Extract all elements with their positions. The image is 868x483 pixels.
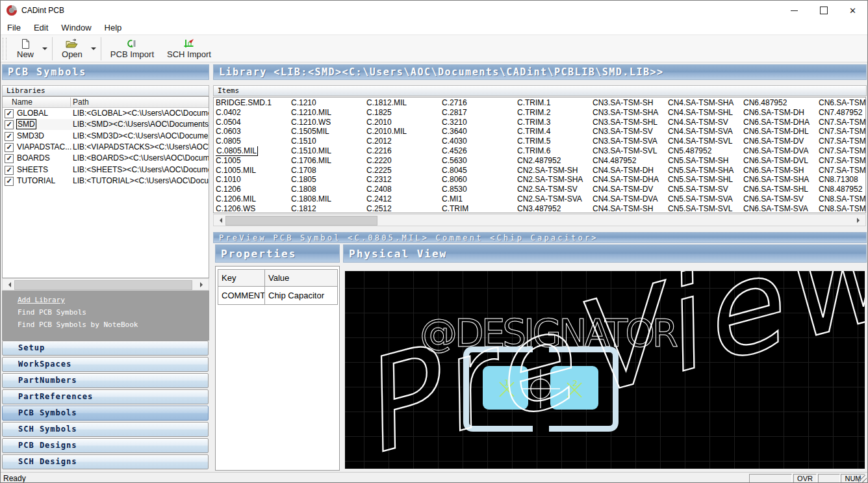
item-c-2408[interactable]: C.2408 xyxy=(366,185,440,194)
item-cn4-sa-tsm-dv[interactable]: CN4.SA-TSM-DV xyxy=(593,185,666,194)
item-c-8045[interactable]: C.8045 xyxy=(442,166,515,176)
column-header-path[interactable]: Path xyxy=(73,98,89,107)
toolbar-grip[interactable] xyxy=(3,38,6,60)
item-c-1706-mil[interactable]: C.1706.MIL xyxy=(291,156,364,166)
library-row-smd3d[interactable]: ✓SMD3DLIB:<SMD3D><C:\Users\AOC\Documents… xyxy=(3,131,209,142)
scroll-right-icon[interactable] xyxy=(857,218,862,223)
item-cn5-sa-tsm-sh[interactable]: CN5.SA-TSM-SH xyxy=(668,156,741,166)
item-cn2-sa-tsm-sha[interactable]: CN2.SA-TSM-SHA xyxy=(517,175,591,185)
item-cn6-sa-tsm[interactable]: CN6.SA-TSM- xyxy=(819,98,866,108)
item-c-1010[interactable]: C.1010 xyxy=(216,175,289,185)
nav-button-pcb-designs[interactable]: PCB Designs xyxy=(2,438,209,453)
item-c-2817[interactable]: C.2817 xyxy=(442,108,515,118)
item-cn4-sa-tsm-sha[interactable]: CN4.SA-TSM-SHA xyxy=(668,98,741,108)
item-cn7-sa-tsm[interactable]: CN7.SA-TSM- xyxy=(819,166,866,176)
resize-grip[interactable] xyxy=(858,475,867,483)
item-cn3-sa-tsm-svl[interactable]: CN3.SA-TSM-SVL xyxy=(593,146,666,156)
libraries-hscrollbar[interactable] xyxy=(2,278,209,291)
item-c-2220[interactable]: C.2220 xyxy=(366,156,440,166)
item-c-trim-4[interactable]: C.TRIM.4 xyxy=(517,127,591,137)
column-divider[interactable] xyxy=(70,98,71,107)
item-cn6-sa-tsm-dva[interactable]: CN6.SA-TSM-DVA xyxy=(743,146,817,156)
item-cn6-sa-tsm-shl[interactable]: CN6.SA-TSM-SHL xyxy=(743,185,817,194)
item-c-1210[interactable]: C.1210 xyxy=(291,98,364,108)
item-cn4-487952[interactable]: CN4.487952 xyxy=(593,156,666,166)
item-cn4-sa-tsm-svl[interactable]: CN4.SA-TSM-SVL xyxy=(668,137,741,146)
item-c-2412[interactable]: C.2412 xyxy=(366,194,440,204)
item-c-1805[interactable]: C.1805 xyxy=(291,175,364,185)
item-cn3-sa-tsm-sha[interactable]: CN3.SA-TSM-SHA xyxy=(593,108,666,118)
item-cn6-sa-tsm-sha[interactable]: CN6.SA-TSM-SHA xyxy=(743,175,817,185)
item-cn7-sa-tsm[interactable]: CN7.SA-TSM- xyxy=(819,156,866,166)
item-cn4-sa-tsm-sv[interactable]: CN4.SA-TSM-SV xyxy=(668,118,741,127)
item-c-1510-mil[interactable]: C.1510.MIL xyxy=(291,146,364,156)
item-c-2012[interactable]: C.2012 xyxy=(366,137,440,146)
item-cn7-sa-tsm[interactable]: CN7.SA-TSM- xyxy=(819,146,866,156)
item-cn6-sa-tsm-sv[interactable]: CN6.SA-TSM-SV xyxy=(743,194,817,204)
item-cn4-sa-tsm-sh[interactable]: CN4.SA-TSM-SH xyxy=(593,204,666,213)
checkbox-global[interactable]: ✓ xyxy=(5,109,14,118)
item-cn8-487952[interactable]: CN8.487952 xyxy=(819,185,866,194)
item-cn7-sa-tsm[interactable]: CN7.SA-TSM- xyxy=(819,137,866,146)
pcb-import-button[interactable]: PCB Import xyxy=(104,36,160,61)
checkbox-boards[interactable]: ✓ xyxy=(5,154,14,163)
library-row-boards[interactable]: ✓BOARDSLIB:<BOARDS><C:\Users\AOC\Documen… xyxy=(3,153,209,164)
item-c-mi1[interactable]: C.MI1 xyxy=(442,194,515,204)
menu-file[interactable]: File xyxy=(1,23,27,33)
item-cn4-sa-tsm-sva[interactable]: CN4.SA-TSM-SVA xyxy=(668,127,741,137)
item-cn6-487952[interactable]: CN6.487952 xyxy=(743,98,817,108)
item-c-1206-ws[interactable]: C.1206.WS xyxy=(216,204,289,213)
checkbox-sheets[interactable]: ✓ xyxy=(5,166,14,175)
nav-button-workspaces[interactable]: WorkSpaces xyxy=(2,357,209,372)
item-c-1005-mil[interactable]: C.1005.MIL xyxy=(216,166,289,176)
scroll-left-icon[interactable] xyxy=(6,282,11,287)
item-c-2216[interactable]: C.2216 xyxy=(366,146,440,156)
nav-button-partnumbers[interactable]: PartNumbers xyxy=(2,373,209,388)
menu-edit[interactable]: Edit xyxy=(27,23,55,33)
item-c-trim-3[interactable]: C.TRIM.3 xyxy=(517,118,591,127)
maximize-button[interactable] xyxy=(809,1,838,20)
item-c-2010-mil[interactable]: C.2010.MIL xyxy=(366,127,440,137)
item-c-1808[interactable]: C.1808 xyxy=(291,185,364,194)
find-pcb-symbols-by-notebook-link[interactable]: Find PCB Symbols by NoteBook xyxy=(18,320,209,329)
item-cn6-sa-tsm-dh[interactable]: CN6.SA-TSM-DH xyxy=(743,108,817,118)
item-cn5-sa-tsm-svl[interactable]: CN5.SA-TSM-SVL xyxy=(668,204,741,213)
item-cn5-sa-tsm-sv[interactable]: CN5.SA-TSM-SV xyxy=(668,185,741,194)
nav-button-setup[interactable]: Setup xyxy=(2,341,209,356)
item-c-1510[interactable]: C.1510 xyxy=(291,137,364,146)
minimize-button[interactable] xyxy=(780,1,809,20)
item-c-2010[interactable]: C.2010 xyxy=(366,118,440,127)
item-cn5-sa-tsm-sha[interactable]: CN5.SA-TSM-SHA xyxy=(668,166,741,176)
item-c-trim[interactable]: C.TRIM xyxy=(442,204,515,213)
item-cn4-sa-tsm-dva[interactable]: CN4.SA-TSM-DVA xyxy=(593,194,666,204)
selected-item[interactable]: C.0805.MIL xyxy=(216,146,289,156)
item-c-0402[interactable]: C.0402 xyxy=(216,108,289,118)
item-cn3-487952[interactable]: CN3.487952 xyxy=(517,204,591,213)
item-c-2512[interactable]: C.2512 xyxy=(366,204,440,213)
item-cn6-sa-tsm-sh[interactable]: CN6.SA-TSM-SH xyxy=(743,166,817,176)
find-pcb-symbols-link[interactable]: Find PCB Symbols xyxy=(18,308,209,317)
item-c-1005[interactable]: C.1005 xyxy=(216,156,289,166)
item-cn6-sa-tsm-dvl[interactable]: CN6.SA-TSM-DVL xyxy=(743,156,817,166)
item-cn2-sa-tsm-sh[interactable]: CN2.SA-TSM-SH xyxy=(517,166,591,176)
nav-button-pcb-symbols[interactable]: PCB Symbols xyxy=(2,406,209,421)
item-cn5-487952[interactable]: CN5.487952 xyxy=(668,146,741,156)
nav-button-sch-designs[interactable]: SCH Designs xyxy=(2,454,209,469)
item-cn8-sa-tsm[interactable]: CN8.SA-TSM- xyxy=(819,204,866,213)
item-c-0603[interactable]: C.0603 xyxy=(216,127,289,137)
scrollbar-thumb[interactable] xyxy=(225,216,377,226)
nav-button-partreferences[interactable]: PartReferences xyxy=(2,389,209,404)
nav-button-sch-symbols[interactable]: SCH Symbols xyxy=(2,422,209,437)
item-c-1206-mil[interactable]: C.1206.MIL xyxy=(216,194,289,204)
item-cn8-71308[interactable]: CN8.71308 xyxy=(819,175,866,185)
library-row-tutorial[interactable]: ✓TUTORIALLIB:<TUTORIAL><C:\Users\AOC\Doc… xyxy=(3,176,209,187)
library-row-sheets[interactable]: ✓SHEETSLIB:<SHEETS><C:\Users\AOC\Documen… xyxy=(3,164,209,176)
item-c-4030[interactable]: C.4030 xyxy=(442,137,515,146)
sch-import-button[interactable]: SCH Import xyxy=(160,36,218,61)
open-button[interactable]: Open xyxy=(55,36,89,61)
items-hscrollbar[interactable] xyxy=(213,214,866,226)
checkbox-smd3d[interactable]: ✓ xyxy=(5,132,14,141)
item-cn3-sa-tsm-sh[interactable]: CN3.SA-TSM-SH xyxy=(593,98,666,108)
item-cn2-sa-tsm-sva[interactable]: CN2.SA-TSM-SVA xyxy=(517,194,591,204)
item-c-trim-5[interactable]: C.TRIM.5 xyxy=(517,137,591,146)
